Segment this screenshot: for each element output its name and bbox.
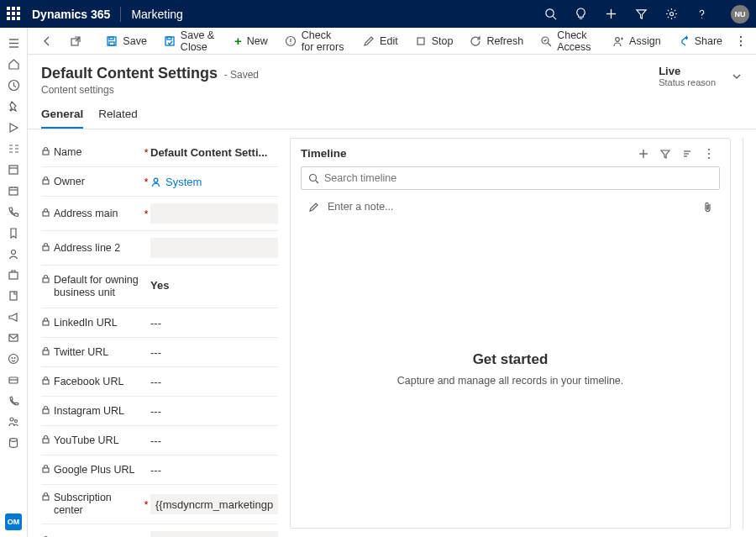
save-button[interactable]: Save xyxy=(99,28,154,54)
field-forward-friend[interactable]: Forward to a friend xyxy=(41,524,278,537)
nav-card-icon[interactable] xyxy=(0,369,28,390)
page-title: Default Content Settings xyxy=(41,65,218,82)
value-youtube: --- xyxy=(150,434,278,447)
nav-mail-icon[interactable] xyxy=(0,327,28,348)
settings-icon[interactable] xyxy=(664,7,679,22)
nav-phone-icon[interactable] xyxy=(0,201,28,222)
svg-rect-31 xyxy=(109,42,114,45)
field-linkedin[interactable]: LinkedIn URL --- xyxy=(41,308,278,338)
form-fields-column: Name * Default Content Setti... Owner * … xyxy=(41,138,278,529)
value-name: Default Content Setti... xyxy=(150,146,278,159)
check-errors-button[interactable]: Check for errors xyxy=(278,28,353,54)
field-address-main[interactable]: Address main * xyxy=(41,197,278,231)
user-avatar[interactable]: NU xyxy=(731,5,749,24)
timeline-more-button[interactable] xyxy=(698,148,720,160)
nav-menu-icon[interactable] xyxy=(0,33,28,54)
svg-line-1 xyxy=(553,16,556,19)
nav-parent-icon[interactable] xyxy=(0,411,28,432)
nav-megaphone-icon[interactable] xyxy=(0,306,28,327)
value-subscription-center[interactable]: {{msdyncrm_marketingp xyxy=(150,494,278,514)
timeline-panel: Timeline Enter a note... Get started xyxy=(290,138,731,529)
edit-button[interactable]: Edit xyxy=(356,28,405,54)
timeline-search[interactable] xyxy=(301,166,720,190)
area-switcher-badge[interactable]: OM xyxy=(5,513,22,530)
tab-general[interactable]: General xyxy=(41,108,83,129)
svg-rect-49 xyxy=(43,278,49,282)
share-button[interactable]: Share xyxy=(671,28,729,54)
nav-call-icon[interactable] xyxy=(0,390,28,411)
nav-db-icon[interactable] xyxy=(0,432,28,453)
svg-point-46 xyxy=(154,178,158,182)
field-facebook[interactable]: Facebook URL --- xyxy=(41,367,278,397)
nav-tasks-icon[interactable] xyxy=(0,138,28,159)
stop-button[interactable]: Stop xyxy=(408,28,460,54)
filter-icon[interactable] xyxy=(633,7,648,22)
add-icon[interactable] xyxy=(603,7,618,22)
command-overflow-button[interactable] xyxy=(732,35,749,47)
label-youtube: YouTube URL xyxy=(54,434,119,447)
assign-button[interactable]: Assign xyxy=(606,28,668,54)
nav-accounts-icon[interactable] xyxy=(0,264,28,285)
timeline-search-input[interactable] xyxy=(324,172,712,184)
open-new-window-button[interactable] xyxy=(63,28,88,54)
timeline-filter-button[interactable] xyxy=(654,148,676,160)
attachment-icon[interactable] xyxy=(703,202,712,213)
new-label: New xyxy=(247,35,268,47)
nav-play-icon[interactable] xyxy=(0,117,28,138)
check-access-button[interactable]: Check Access xyxy=(533,28,602,54)
label-linkedin: LinkedIn URL xyxy=(54,317,118,329)
help-icon[interactable] xyxy=(694,7,709,22)
idea-icon[interactable] xyxy=(573,7,588,22)
scrollbar[interactable] xyxy=(743,138,748,529)
nav-report-icon[interactable] xyxy=(0,285,28,306)
save-close-button[interactable]: Save & Close xyxy=(157,28,224,54)
refresh-button[interactable]: Refresh xyxy=(463,28,530,54)
field-owner[interactable]: Owner * System xyxy=(41,167,278,197)
svg-point-40 xyxy=(616,37,620,41)
value-linkedin: --- xyxy=(150,317,278,329)
nav-recent-icon[interactable] xyxy=(0,75,28,96)
field-address-line-2[interactable]: Address line 2 xyxy=(41,231,278,266)
field-default-owning-bu[interactable]: Default for owning business unit Yes xyxy=(41,266,278,308)
field-subscription-center[interactable]: Subscription center * {{msdyncrm_marketi… xyxy=(41,485,278,524)
value-owner[interactable]: System xyxy=(150,176,278,188)
value-forward-friend[interactable] xyxy=(150,531,278,537)
form-tabs: General Related xyxy=(28,96,756,129)
pencil-icon xyxy=(308,202,319,213)
timeline-add-button[interactable] xyxy=(633,148,654,160)
brand: Dynamics 365 xyxy=(32,8,110,21)
svg-point-41 xyxy=(740,35,742,37)
nav-pinned-icon[interactable] xyxy=(0,96,28,117)
app-launcher-icon[interactable] xyxy=(7,7,22,22)
header-chevron-icon[interactable] xyxy=(731,71,743,82)
tab-related[interactable]: Related xyxy=(98,108,138,129)
svg-rect-51 xyxy=(43,350,49,355)
svg-point-20 xyxy=(9,354,18,363)
svg-point-6 xyxy=(701,18,701,18)
field-twitter[interactable]: Twitter URL --- xyxy=(41,338,278,367)
svg-point-16 xyxy=(12,250,16,254)
svg-point-27 xyxy=(10,438,18,441)
nav-smile-icon[interactable] xyxy=(0,348,28,369)
svg-rect-17 xyxy=(9,272,18,279)
value-address-main[interactable] xyxy=(150,203,278,224)
field-name[interactable]: Name * Default Content Setti... xyxy=(41,138,278,167)
lock-icon xyxy=(41,405,50,414)
lock-icon xyxy=(41,208,50,217)
timeline-sort-button[interactable] xyxy=(676,148,698,160)
nav-journey-icon[interactable] xyxy=(0,159,28,180)
nav-calendar-icon[interactable] xyxy=(0,180,28,201)
note-placeholder: Enter a note... xyxy=(328,201,695,213)
new-button[interactable]: +New xyxy=(228,28,275,54)
value-address-line-2[interactable] xyxy=(150,238,278,258)
field-instagram[interactable]: Instagram URL --- xyxy=(41,397,278,426)
search-icon[interactable] xyxy=(543,7,558,22)
timeline-note-input[interactable]: Enter a note... xyxy=(301,195,720,218)
label-instagram: Instagram URL xyxy=(54,405,124,418)
field-google-plus[interactable]: Google Plus URL --- xyxy=(41,455,278,485)
field-youtube[interactable]: YouTube URL --- xyxy=(41,426,278,455)
nav-home-icon[interactable] xyxy=(0,54,28,75)
back-button[interactable] xyxy=(34,28,60,54)
nav-contact-icon[interactable] xyxy=(0,243,28,264)
nav-bookmark-icon[interactable] xyxy=(0,222,28,243)
